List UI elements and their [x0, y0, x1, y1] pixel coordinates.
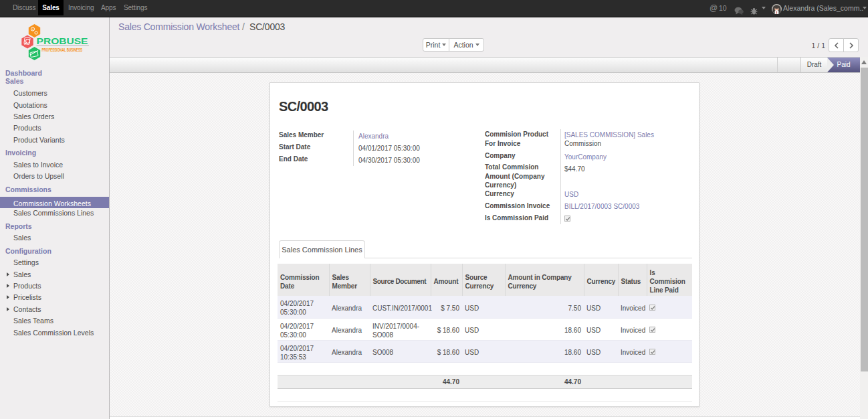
- svg-text:PROFESSIONAL BUSINESS: PROFESSIONAL BUSINESS: [42, 48, 83, 52]
- svg-text:PROBUSE: PROBUSE: [37, 36, 88, 46]
